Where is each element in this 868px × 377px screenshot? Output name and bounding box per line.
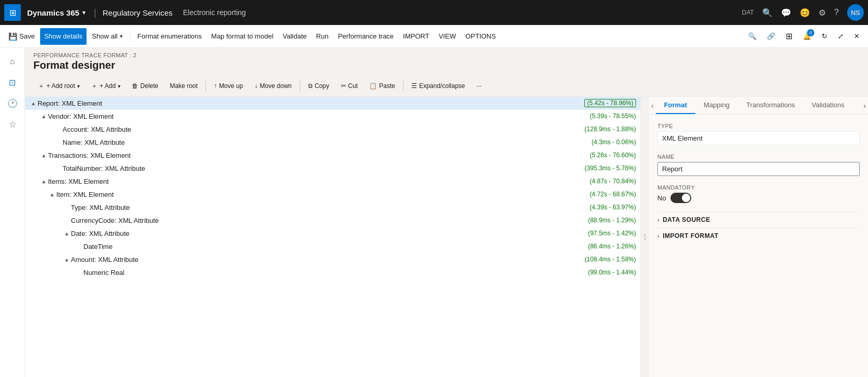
tree-item[interactable]: ▲ Transactions: XML Element (5.26s - 76.… <box>25 149 640 162</box>
cut-button[interactable]: ✂ Cut <box>336 79 363 93</box>
tree-item[interactable]: ▲ CurrencyCode: XML Attribute (88.9ms - … <box>25 214 640 227</box>
expand-collapse-button[interactable]: ☰ Expand/collapse <box>407 79 470 93</box>
copy-button[interactable]: ⧉ Copy <box>303 79 334 93</box>
trash-icon: 🗑 <box>132 82 138 90</box>
chat-icon[interactable]: 💬 <box>781 8 791 18</box>
move-down-button[interactable]: ↓ Move down <box>250 79 296 93</box>
tree-panel: ▲ Report: XML Element (5.42s - 78.96%) ▲… <box>25 97 641 377</box>
sidebar-favorites-icon[interactable]: ☆ <box>3 115 22 133</box>
ft-divider-3 <box>403 81 404 91</box>
name-input[interactable] <box>657 162 860 176</box>
mandatory-toggle[interactable] <box>670 193 691 203</box>
breadcrumb: PERFORMANCE TRACE FORMAT : 2 <box>25 48 868 59</box>
help-icon[interactable]: ? <box>834 8 839 17</box>
toggle-icon[interactable]: ▲ <box>40 177 48 185</box>
chevron-right-icon: › <box>657 233 659 239</box>
chevron-down-icon: ▾ <box>120 33 123 39</box>
mandatory-value: No <box>657 194 666 202</box>
add-button[interactable]: ＋ + Add ▾ <box>87 79 125 93</box>
tree-item[interactable]: ▲ Item: XML Element (4.72s - 68.67%) <box>25 188 640 201</box>
make-root-button[interactable]: Make root <box>165 79 202 93</box>
sidebar-home-icon[interactable]: ⌂ <box>3 52 22 71</box>
sidebar-recent-icon[interactable]: 🕐 <box>3 94 22 112</box>
search-icon[interactable]: 🔍 <box>762 8 773 18</box>
tabs-right-chevron[interactable]: › <box>861 97 868 114</box>
show-all-button[interactable]: Show all ▾ <box>88 28 126 45</box>
more-button[interactable]: ··· <box>472 79 486 93</box>
sidebar-filter-icon[interactable]: ⊡ <box>3 73 22 92</box>
user-icon[interactable]: 😊 <box>800 8 810 18</box>
app-name[interactable]: Dynamics 365 ▾ <box>27 8 85 17</box>
format-toolbar: ＋ + Add root ▾ ＋ + Add ▾ 🗑 Delete Make r… <box>25 76 868 97</box>
tree-item[interactable]: ▲ Report: XML Element (5.42s - 78.96%) <box>25 97 640 110</box>
page-name: Electronic reporting <box>183 8 742 17</box>
app-launcher-button[interactable]: ⊞ <box>4 4 21 21</box>
tree-item[interactable]: ▲ Account: XML Attribute (128.9ms - 1.88… <box>25 123 640 136</box>
tree-item[interactable]: ▲ Date: XML Attribute (97.5ms - 1.42%) <box>25 227 640 240</box>
top-navigation: ⊞ Dynamics 365 ▾ | Regulatory Services E… <box>0 0 868 25</box>
mandatory-row: No <box>657 193 860 203</box>
notification-button[interactable]: 🔔 0 <box>799 28 815 45</box>
toolbar-right: 🔍 🔗 ⊞ 🔔 0 ↻ ⤢ ✕ <box>744 28 864 45</box>
split-panel: ▲ Report: XML Element (5.42s - 78.96%) ▲… <box>25 97 868 377</box>
import-button[interactable]: IMPORT <box>399 28 433 45</box>
tab-mapping[interactable]: Mapping <box>695 97 738 114</box>
tabs-left-chevron[interactable]: ‹ <box>649 97 656 114</box>
view-button[interactable]: VIEW <box>434 28 460 45</box>
show-details-button[interactable]: Show details <box>40 28 87 45</box>
run-button[interactable]: Run <box>312 28 333 45</box>
toggle-icon[interactable]: ▲ <box>29 99 38 107</box>
arrow-up-icon: ↑ <box>214 82 217 90</box>
tree-item[interactable]: ▲ Vendor: XML Element (5.39s - 78.55%) <box>25 110 640 123</box>
type-value: XML Element <box>657 131 860 145</box>
main-content: PERFORMANCE TRACE FORMAT : 2 Format desi… <box>25 48 868 377</box>
tree-item[interactable]: ▲ DateTime (86.4ms - 1.26%) <box>25 240 640 253</box>
move-up-button[interactable]: ↑ Move up <box>209 79 248 93</box>
right-panel: ‹ Format Mapping Transformations Validat… <box>649 97 868 377</box>
toolbar-link-button[interactable]: 🔗 <box>763 28 779 45</box>
tree-item[interactable]: ▲ Type: XML Attribute (4.39s - 63.97%) <box>25 201 640 214</box>
format-enumerations-button[interactable]: Format enumerations <box>133 28 206 45</box>
toolbar-office-button[interactable]: ⊞ <box>781 28 797 45</box>
add-root-button[interactable]: ＋ + Add root ▾ <box>33 79 84 93</box>
right-panel-tabs: ‹ Format Mapping Transformations Validat… <box>649 97 868 115</box>
expand-icon: ☰ <box>411 82 417 90</box>
tree-item[interactable]: ▲ Numeric Real (99.0ms - 1.44%) <box>25 266 640 279</box>
refresh-button[interactable]: ↻ <box>817 28 832 45</box>
main-toolbar: 💾 Save Show details Show all ▾ Format en… <box>0 25 868 48</box>
toggle-icon[interactable]: ▲ <box>48 190 56 198</box>
settings-icon[interactable]: ⚙ <box>818 8 826 18</box>
import-format-section[interactable]: › IMPORT FORMAT <box>657 228 860 244</box>
mandatory-label-header: Mandatory <box>657 184 860 191</box>
close-button[interactable]: ✕ <box>850 28 864 45</box>
map-format-button[interactable]: Map format to model <box>207 28 277 45</box>
data-source-section[interactable]: › DATA SOURCE <box>657 211 860 228</box>
performance-trace-button[interactable]: Performance trace <box>334 28 398 45</box>
toolbar-divider-1 <box>130 30 130 43</box>
tree-item[interactable]: ▲ TotalNumber: XML Attribute (395.3ms - … <box>25 162 640 175</box>
validate-button[interactable]: Validate <box>278 28 311 45</box>
options-button[interactable]: OPTIONS <box>461 28 500 45</box>
name-field: Name <box>657 154 860 176</box>
delete-button[interactable]: 🗑 Delete <box>127 79 163 93</box>
toggle-icon[interactable]: ▲ <box>63 229 71 237</box>
tab-format[interactable]: Format <box>656 97 695 114</box>
restore-button[interactable]: ⤢ <box>834 28 848 45</box>
toggle-icon[interactable]: ▲ <box>40 112 48 120</box>
tree-item[interactable]: ▲ Amount: XML Attribute (108.4ms - 1.58%… <box>25 253 640 266</box>
tree-item[interactable]: ▲ Items: XML Element (4.87s - 70.84%) <box>25 175 640 188</box>
panel-resize-handle[interactable]: ⋮ <box>641 97 649 377</box>
save-button[interactable]: 💾 Save <box>4 28 39 45</box>
toolbar-search-button[interactable]: 🔍 <box>744 28 761 45</box>
tree-item[interactable]: ▲ Name: XML Attribute (4.3ms - 0.06%) <box>25 136 640 149</box>
tab-transformations[interactable]: Transformations <box>738 97 803 114</box>
avatar[interactable]: NS <box>847 4 864 21</box>
plus-icon: ＋ <box>91 82 97 91</box>
toggle-icon[interactable]: ▲ <box>40 151 48 159</box>
arrow-down-icon: ↓ <box>254 82 258 90</box>
chevron-right-icon: › <box>657 217 659 223</box>
toggle-icon[interactable]: ▲ <box>63 255 71 263</box>
nav-separator: | <box>94 7 96 18</box>
tab-validations[interactable]: Validations <box>803 97 853 114</box>
paste-button[interactable]: 📋 Paste <box>364 79 400 93</box>
